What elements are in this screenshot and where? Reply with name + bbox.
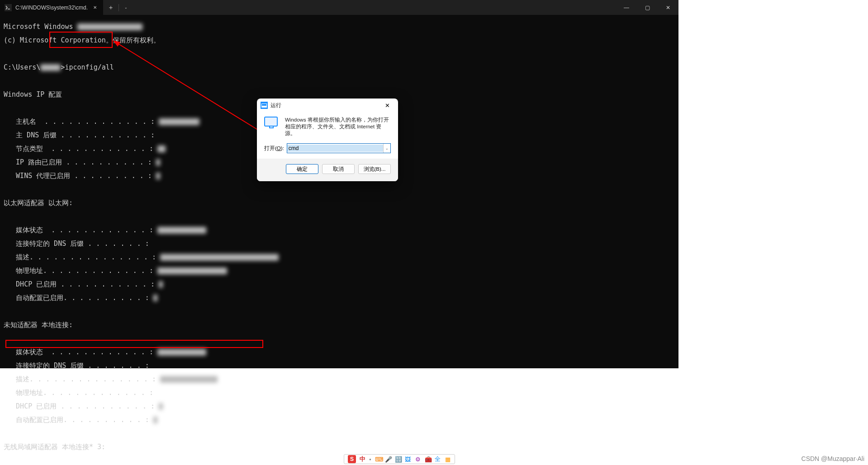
minimize-button[interactable]: — bbox=[616, 0, 637, 15]
typed-command: ipconfig/all bbox=[65, 63, 114, 71]
new-tab-button[interactable]: ＋ bbox=[103, 0, 119, 15]
run-dialog-close-icon[interactable]: ✕ bbox=[379, 99, 395, 112]
run-dialog-desc: Windows 将根据你所输入的名称，为你打开相应的程序、文件夹、文档或 Int… bbox=[285, 117, 391, 137]
ime-keyboard-icon[interactable]: ⌨ bbox=[375, 456, 381, 463]
cmd-icon bbox=[5, 4, 12, 11]
run-dialog-titlebar[interactable]: 运行 ✕ bbox=[257, 99, 398, 112]
titlebar: C:\WINDOWS\system32\cmd. ✕ ＋ ⌄ — ▢ ✕ bbox=[0, 0, 678, 15]
terminal-output[interactable]: Microsoft Windows XXXXXXXXXXXXXXXX (c) M… bbox=[0, 15, 678, 465]
ime-lang[interactable]: 中 bbox=[360, 455, 365, 463]
open-input[interactable] bbox=[287, 145, 383, 152]
maximize-button[interactable]: ▢ bbox=[637, 0, 658, 15]
close-window-button[interactable]: ✕ bbox=[658, 0, 678, 15]
run-dialog-icon bbox=[261, 102, 268, 109]
ime-mic-icon[interactable]: 🎤 bbox=[385, 456, 391, 463]
ime-image-icon[interactable]: 🖼 bbox=[405, 456, 411, 463]
run-dialog-title: 运行 bbox=[270, 102, 281, 109]
svg-rect-4 bbox=[262, 104, 266, 106]
run-dialog: 运行 ✕ Windows 将根据你所输入的名称，为你打开相应的程序、文件夹、文档… bbox=[257, 99, 398, 181]
ime-symbols-icon[interactable]: 🔡 bbox=[395, 456, 401, 463]
ime-grid-icon[interactable]: ▦ bbox=[445, 456, 451, 463]
ime-punct-icon[interactable]: ● bbox=[369, 457, 371, 461]
tab-title: C:\WINDOWS\system32\cmd. bbox=[15, 5, 88, 11]
ime-settings-icon[interactable]: ⚙ bbox=[415, 456, 421, 463]
ime-logo-icon[interactable]: S bbox=[348, 455, 356, 463]
terminal-window: C:\WINDOWS\system32\cmd. ✕ ＋ ⌄ — ▢ ✕ Mic… bbox=[0, 0, 678, 368]
tab-close-icon[interactable]: ✕ bbox=[91, 4, 99, 11]
run-program-icon bbox=[264, 117, 279, 131]
ime-toolbox-icon[interactable]: 🧰 bbox=[425, 456, 431, 463]
ok-button[interactable]: 确定 bbox=[286, 164, 318, 174]
ime-fullwidth[interactable]: 全 bbox=[435, 455, 441, 463]
tab-dropdown-icon[interactable]: ⌄ bbox=[119, 0, 133, 15]
svg-rect-0 bbox=[5, 4, 12, 11]
combobox-dropdown-icon[interactable]: ⌄ bbox=[383, 144, 390, 153]
tab-cmd[interactable]: C:\WINDOWS\system32\cmd. ✕ bbox=[0, 0, 103, 15]
browse-button[interactable]: 浏览(B)... bbox=[358, 164, 391, 174]
open-combobox[interactable]: ⌄ bbox=[287, 143, 391, 153]
ime-toolbar[interactable]: S 中 ● ⌨ 🎤 🔡 🖼 ⚙ 🧰 全 ▦ bbox=[344, 454, 455, 464]
cancel-button[interactable]: 取消 bbox=[322, 164, 355, 174]
open-label: 打开(O): bbox=[264, 145, 284, 152]
watermark: CSDN @Muzappar·Ali bbox=[802, 455, 864, 462]
